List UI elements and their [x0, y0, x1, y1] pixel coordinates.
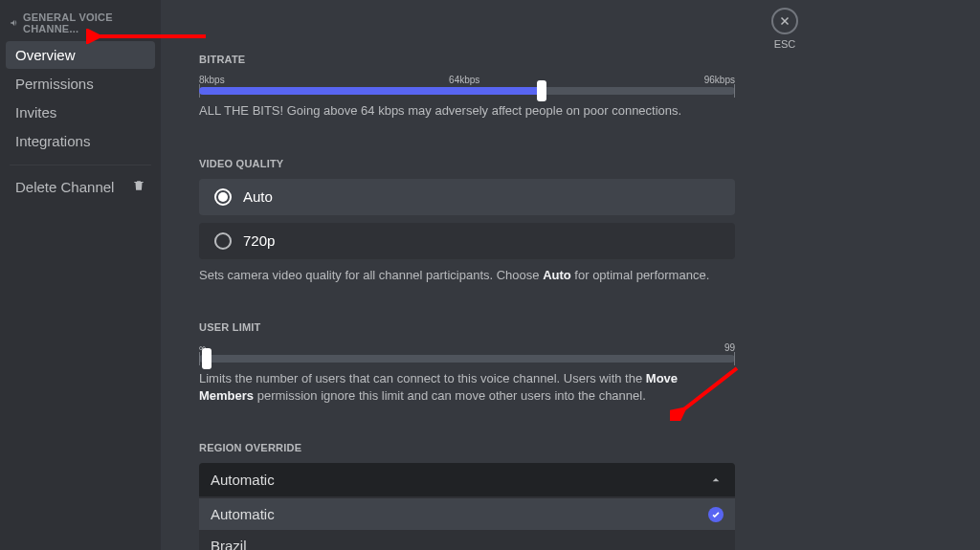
- bitrate-help-text: ALL THE BITS! Going above 64 kbps may ad…: [199, 102, 735, 120]
- video-quality-help-pre: Sets camera video quality for all channe…: [199, 268, 543, 282]
- region-override-option-list: Automatic Brazil Hong Kong India: [199, 496, 735, 550]
- bitrate-slider-track[interactable]: [199, 87, 735, 95]
- user-limit-slider-labels: ∞ 99: [199, 342, 735, 353]
- region-override-heading: REGION OVERRIDE: [199, 442, 942, 453]
- user-limit-slider-thumb[interactable]: [202, 348, 212, 369]
- volume-icon: [10, 18, 19, 28]
- user-limit-help-pre: Limits the number of users that can conn…: [199, 371, 646, 385]
- user-limit-slider-track[interactable]: [199, 355, 735, 363]
- bitrate-heading: BITRATE: [199, 54, 942, 65]
- check-icon: [708, 507, 724, 522]
- trash-icon: [132, 179, 145, 195]
- bitrate-slider-thumb[interactable]: [537, 80, 546, 101]
- user-limit-help-post: permission ignore this limit and can mov…: [254, 388, 646, 403]
- bitrate-slider[interactable]: 8kbps 64kbps 96kbps: [199, 75, 735, 95]
- video-quality-help-post: for optimal performance.: [571, 268, 710, 282]
- sidebar-item-label: Integrations: [15, 133, 90, 149]
- video-quality-option-label: Auto: [243, 188, 273, 205]
- close-icon: [778, 14, 791, 28]
- sidebar-item-delete-channel[interactable]: Delete Channel: [6, 173, 155, 201]
- slider-tick: [199, 352, 200, 365]
- sidebar-item-overview[interactable]: Overview: [6, 41, 155, 69]
- region-option-label: Automatic: [211, 506, 275, 522]
- close-label: ESC: [774, 38, 796, 50]
- video-quality-option-auto[interactable]: Auto: [199, 179, 735, 215]
- settings-main: BITRATE 8kbps 64kbps 96kbps ALL THE BITS…: [161, 0, 980, 550]
- sidebar-item-label: Overview: [15, 47, 76, 63]
- slider-tick: [734, 352, 735, 365]
- region-override-dropdown: Automatic Automatic Brazil Hong Kong: [199, 463, 735, 550]
- video-quality-heading: VIDEO QUALITY: [199, 158, 942, 169]
- sidebar-item-permissions[interactable]: Permissions: [6, 70, 155, 98]
- bitrate-min-label: 8kbps: [199, 75, 225, 85]
- user-limit-help-text: Limits the number of users that can conn…: [199, 370, 735, 404]
- sidebar-channel-title: GENERAL VOICE CHANNE...: [0, 8, 161, 40]
- region-override-selected-label: Automatic: [211, 472, 275, 488]
- radio-icon: [214, 232, 232, 250]
- sidebar-item-integrations[interactable]: Integrations: [6, 127, 155, 155]
- sidebar-item-invites[interactable]: Invites: [6, 99, 155, 126]
- bitrate-mid-label: 64kbps: [449, 75, 479, 85]
- video-quality-help-text: Sets camera video quality for all channe…: [199, 267, 735, 284]
- video-quality-option-720p[interactable]: 720p: [199, 223, 735, 259]
- sidebar-divider: [10, 165, 151, 165]
- video-quality-option-label: 720p: [243, 232, 275, 249]
- bitrate-slider-labels: 8kbps 64kbps 96kbps: [199, 75, 735, 85]
- delete-channel-label: Delete Channel: [15, 179, 114, 195]
- video-quality-help-bold: Auto: [543, 268, 571, 282]
- user-limit-slider[interactable]: ∞ 99: [199, 342, 735, 363]
- bitrate-max-label: 96kbps: [704, 75, 735, 85]
- settings-sidebar: GENERAL VOICE CHANNE... Overview Permiss…: [0, 0, 161, 550]
- chevron-up-icon: [708, 473, 724, 488]
- region-option-label: Brazil: [211, 538, 247, 550]
- close-button[interactable]: [771, 8, 798, 34]
- region-option-brazil[interactable]: Brazil: [199, 530, 735, 550]
- sidebar-item-label: Invites: [15, 104, 56, 121]
- sidebar-item-label: Permissions: [15, 76, 94, 92]
- close-settings: ESC: [771, 8, 798, 50]
- video-quality-group: Auto 720p: [199, 179, 735, 259]
- user-limit-heading: USER LIMIT: [199, 321, 942, 333]
- slider-tick: [734, 84, 735, 98]
- sidebar-channel-title-text: GENERAL VOICE CHANNE...: [23, 11, 151, 34]
- bitrate-slider-fill: [199, 87, 542, 95]
- region-override-select[interactable]: Automatic: [199, 463, 735, 496]
- radio-icon: [214, 188, 232, 206]
- region-option-automatic[interactable]: Automatic: [199, 498, 735, 530]
